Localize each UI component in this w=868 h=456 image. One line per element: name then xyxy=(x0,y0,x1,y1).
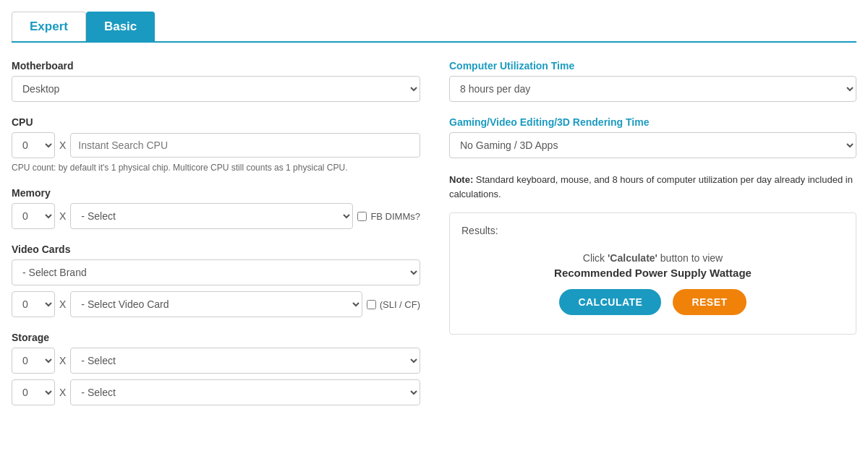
main-layout: Motherboard Desktop Server Mini-ITX CPU … xyxy=(12,60,856,420)
right-column: Computer Utilization Time 1 hour per day… xyxy=(449,60,856,420)
video-brand-select[interactable]: - Select Brand AMD NVIDIA Intel xyxy=(12,259,420,285)
sli-label[interactable]: (SLI / CF) xyxy=(367,299,420,310)
storage-rows: 01234 X - Select 01234 X - Select xyxy=(12,348,420,405)
storage1-type-select[interactable]: - Select xyxy=(70,348,420,374)
results-cta-line2: Recommended Power Supply Wattage xyxy=(469,267,837,279)
video-x-label: X xyxy=(59,298,66,310)
motherboard-label: Motherboard xyxy=(12,60,420,72)
storage1-count-select[interactable]: 01234 xyxy=(12,348,55,374)
utilization-label: Computer Utilization Time xyxy=(449,60,856,72)
cpu-row: 01234 X xyxy=(12,132,420,158)
memory-type-select[interactable]: - Select xyxy=(70,203,353,229)
button-row: CALCULATE RESET xyxy=(469,289,837,315)
memory-count-select[interactable]: 01234 xyxy=(12,203,55,229)
memory-label: Memory xyxy=(12,187,420,199)
video-count-select[interactable]: 01234 xyxy=(12,291,55,317)
storage-row-2: 01234 X - Select xyxy=(12,379,420,405)
tab-expert[interactable]: Expert xyxy=(12,12,86,41)
results-cta: Click 'Calculate' button to view Recomme… xyxy=(461,245,844,322)
motherboard-select[interactable]: Desktop Server Mini-ITX xyxy=(12,76,420,102)
results-cta-line1: Click 'Calculate' button to view xyxy=(469,252,837,264)
video-card-select[interactable]: - Select Video Card xyxy=(70,291,362,317)
video-cards-label: Video Cards xyxy=(12,244,420,255)
utilization-section: Computer Utilization Time 1 hour per day… xyxy=(449,60,856,102)
memory-section: Memory 01234 X - Select FB DIMMs? xyxy=(12,187,420,229)
note-body: Standard keyboard, mouse, and 8 hours of… xyxy=(449,174,853,199)
calculate-quote: 'Calculate' xyxy=(608,252,658,264)
tab-bar: Expert Basic xyxy=(12,12,856,43)
fb-dimms-text: FB DIMMs? xyxy=(370,211,420,222)
storage1-x-label: X xyxy=(59,355,66,366)
fb-dimms-checkbox[interactable] xyxy=(357,212,367,221)
video-card-row: 01234 X - Select Video Card (SLI / CF) xyxy=(12,291,420,317)
storage-label: Storage xyxy=(12,332,420,343)
results-panel: Results: Click 'Calculate' button to vie… xyxy=(449,212,856,335)
storage2-x-label: X xyxy=(59,387,66,398)
utilization-select[interactable]: 1 hour per day 2 hours per day 4 hours p… xyxy=(449,76,856,102)
cpu-section: CPU 01234 X CPU count: by default it's 1… xyxy=(12,116,420,173)
storage-row-1: 01234 X - Select xyxy=(12,348,420,374)
page-wrapper: Expert Basic Motherboard Desktop Server … xyxy=(0,0,868,431)
gaming-label: Gaming/Video Editing/3D Rendering Time xyxy=(449,116,856,128)
motherboard-section: Motherboard Desktop Server Mini-ITX xyxy=(12,60,420,102)
memory-x-label: X xyxy=(59,210,66,222)
note-prefix: Note: xyxy=(449,174,473,185)
sli-text: (SLI / CF) xyxy=(380,299,420,310)
cpu-hint: CPU count: by default it's 1 physical ch… xyxy=(12,163,420,173)
fb-dimms-label[interactable]: FB DIMMs? xyxy=(357,211,420,222)
memory-row: 01234 X - Select FB DIMMs? xyxy=(12,203,420,229)
tab-basic[interactable]: Basic xyxy=(86,12,155,41)
cpu-x-label: X xyxy=(59,139,66,151)
reset-button[interactable]: RESET xyxy=(673,289,746,315)
results-label: Results: xyxy=(461,225,844,236)
storage-section: Storage 01234 X - Select 01234 xyxy=(12,332,420,405)
cpu-search-input[interactable] xyxy=(70,133,420,158)
gaming-select[interactable]: No Gaming / 3D Apps 1 hour per day 2 hou… xyxy=(449,132,856,158)
storage2-type-select[interactable]: - Select xyxy=(70,379,420,405)
cpu-label: CPU xyxy=(12,116,420,128)
left-column: Motherboard Desktop Server Mini-ITX CPU … xyxy=(12,60,420,420)
video-cards-section: Video Cards - Select Brand AMD NVIDIA In… xyxy=(12,244,420,317)
gaming-section: Gaming/Video Editing/3D Rendering Time N… xyxy=(449,116,856,158)
calculate-button[interactable]: CALCULATE xyxy=(559,289,661,315)
cpu-count-select[interactable]: 01234 xyxy=(12,132,55,158)
sli-checkbox[interactable] xyxy=(367,300,376,309)
note-text: Note: Standard keyboard, mouse, and 8 ho… xyxy=(449,173,856,201)
storage2-count-select[interactable]: 01234 xyxy=(12,379,55,405)
